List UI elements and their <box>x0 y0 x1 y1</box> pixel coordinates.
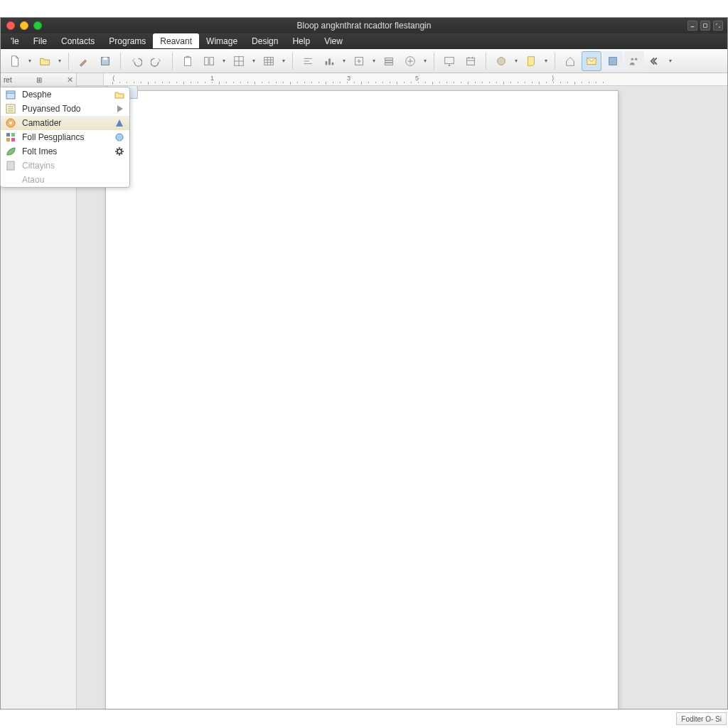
leaf-icon <box>5 146 16 157</box>
chart-button[interactable] <box>319 51 339 71</box>
svg-rect-51 <box>6 133 10 136</box>
grid-icon <box>5 132 16 143</box>
open-dropdown[interactable]: ▾ <box>56 51 63 71</box>
dropdown-item-puyansed[interactable]: Puyansed Todo <box>1 102 129 116</box>
dropdown-item-label: Foll Pesgpliancs <box>22 132 84 142</box>
ruler-track: ⟨ 1 3 5 ⟩ <box>104 73 727 85</box>
save-button[interactable] <box>95 51 115 71</box>
menu-help[interactable]: Help <box>285 33 317 48</box>
dropdown-item-label: Camatider <box>22 118 61 128</box>
svg-rect-43 <box>6 91 15 99</box>
stack-button[interactable] <box>379 51 399 71</box>
people-button[interactable] <box>624 51 644 71</box>
horizontal-ruler: ⟨ 1 3 5 ⟩ <box>77 73 727 86</box>
maximize-window-button[interactable] <box>33 21 42 30</box>
menu-view[interactable]: View <box>317 33 350 48</box>
globe-dropdown[interactable]: ▾ <box>513 51 520 71</box>
columns-button[interactable] <box>199 51 219 71</box>
dropdown-item-ataou[interactable]: Ataou <box>1 173 129 187</box>
svg-rect-3 <box>103 57 107 60</box>
note-button[interactable] <box>521 51 541 71</box>
circle-plus-dropdown[interactable]: ▾ <box>422 51 429 71</box>
gear-icon <box>114 146 125 157</box>
play-icon <box>114 103 125 114</box>
dropdown-item-foll[interactable]: Foll Pesgpliancs <box>1 130 129 144</box>
svg-rect-53 <box>6 138 10 141</box>
dropdown-panel: Desphe Puyansed Todo Camatider Foll Pesg… <box>0 87 130 188</box>
badge-button[interactable] <box>603 51 623 71</box>
menu-wimage[interactable]: Wimage <box>199 33 245 48</box>
insert-button[interactable] <box>349 51 369 71</box>
svg-point-50 <box>9 122 12 124</box>
svg-rect-54 <box>11 138 15 141</box>
window-controls-right <box>687 21 723 31</box>
menu-le[interactable]: 'le <box>4 33 26 48</box>
main-area: ⟨ 1 3 5 ⟩ $ <box>77 73 727 709</box>
dropdown-item-camatider[interactable]: Camatider <box>1 116 129 130</box>
dropdown-item-cittayins[interactable]: Cittayins <box>1 159 129 173</box>
paste-button[interactable] <box>178 51 198 71</box>
dropdown-item-label: Cittayins <box>22 161 55 171</box>
grid-dropdown[interactable]: ▾ <box>250 51 257 71</box>
sidebar-close-icon[interactable]: ✕ <box>67 75 73 85</box>
svg-rect-5 <box>186 55 189 58</box>
document-page[interactable] <box>105 90 619 709</box>
new-doc-button[interactable] <box>5 51 25 71</box>
undo-button[interactable] <box>126 51 146 71</box>
mail-button[interactable] <box>582 51 601 71</box>
menu-contacts[interactable]: Contacts <box>54 33 102 48</box>
dropdown-item-folt[interactable]: Folt Imes <box>1 144 129 159</box>
globe-icon <box>114 132 125 143</box>
minimize-icon[interactable] <box>687 21 697 31</box>
insert-dropdown[interactable]: ▾ <box>370 51 378 71</box>
svg-rect-31 <box>445 57 454 63</box>
home-button[interactable] <box>560 51 580 71</box>
globe-button[interactable] <box>491 51 511 71</box>
svg-rect-19 <box>326 61 328 65</box>
svg-rect-57 <box>7 161 14 170</box>
new-doc-dropdown[interactable]: ▾ <box>26 51 33 71</box>
svg-point-56 <box>117 149 122 154</box>
menubar: 'le File Contacts Programs Reavant Wimag… <box>1 33 727 49</box>
svg-rect-27 <box>385 63 393 65</box>
close-window-button[interactable] <box>6 21 15 30</box>
status-text: Foditer O- Si <box>681 715 722 723</box>
sidebar-header-label: ret <box>4 76 12 84</box>
note-dropdown[interactable]: ▾ <box>542 51 550 71</box>
chart-dropdown[interactable]: ▾ <box>341 51 348 71</box>
list-icon <box>5 103 16 114</box>
restore-icon[interactable] <box>700 21 710 31</box>
back-arrow-button[interactable] <box>646 51 665 71</box>
menu-reavant[interactable]: Reavant <box>153 33 199 48</box>
align-left-button[interactable] <box>298 51 318 71</box>
blank-icon <box>5 174 16 186</box>
svg-rect-40 <box>609 57 617 65</box>
window-title: Bloop angknthrat ncadtor flestangin <box>1 21 727 31</box>
dropdown-item-label: Desphe <box>22 90 51 100</box>
menu-programs[interactable]: Programs <box>102 33 153 48</box>
monitor-button[interactable] <box>439 51 459 71</box>
fullscreen-icon[interactable] <box>713 21 723 31</box>
redo-button[interactable] <box>147 51 167 71</box>
canvas-wrap[interactable]: $ <box>77 86 727 709</box>
table-dropdown[interactable]: ▾ <box>280 51 287 71</box>
menu-file[interactable]: File <box>26 33 54 48</box>
table-button[interactable] <box>259 51 279 71</box>
minimize-window-button[interactable] <box>20 21 28 30</box>
status-box: Foditer O- Si <box>676 712 727 725</box>
calendar-icon <box>5 89 16 100</box>
columns-dropdown[interactable]: ▾ <box>220 51 228 71</box>
open-button[interactable] <box>35 51 55 71</box>
doc-icon <box>5 160 16 171</box>
sidebar-options-icon[interactable]: ⊞ <box>36 76 42 84</box>
circle-plus-button[interactable] <box>400 51 420 71</box>
back-arrow-dropdown[interactable]: ▾ <box>667 51 674 71</box>
grid-button[interactable] <box>229 51 249 71</box>
svg-point-41 <box>631 58 634 60</box>
dropdown-item-desphe[interactable]: Desphe <box>1 87 129 102</box>
svg-rect-25 <box>385 58 393 60</box>
brush-button[interactable] <box>74 51 94 71</box>
menu-design[interactable]: Design <box>245 33 285 48</box>
svg-rect-7 <box>210 57 213 65</box>
calendar-button[interactable] <box>461 51 481 71</box>
